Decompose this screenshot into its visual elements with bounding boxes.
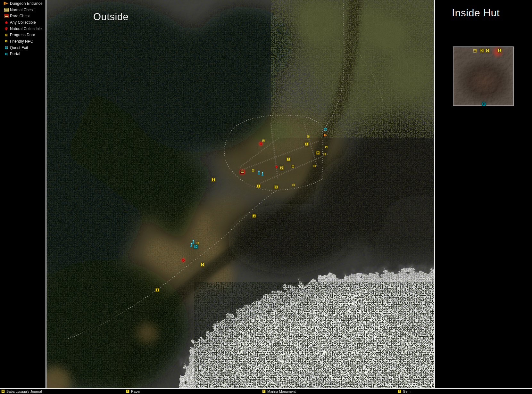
chest-rare-icon	[3, 14, 10, 18]
collectible-icon	[3, 21, 10, 24]
footer-index-bar: 0Baba Lysaga's Journal1Raven2Marina Monu…	[0, 389, 532, 394]
outside-map[interactable]: Outside	[46, 0, 434, 388]
legend-label: Friendly NPC	[10, 39, 33, 44]
footer-index-badge: 0	[1, 390, 5, 393]
legend-label: Any Collectible	[10, 20, 36, 25]
legend-item-natural-collectible: Natural Collectible	[0, 26, 46, 32]
legend-panel: Dungeon EntranceNormal ChestRare ChestAn…	[0, 0, 46, 57]
legend-label: Quest Exit	[10, 45, 28, 50]
legend-label: Progress Door	[10, 33, 35, 37]
map-guide-page: Dungeon EntranceNormal ChestRare ChestAn…	[0, 0, 532, 394]
legend-label: Portal	[10, 52, 20, 56]
hut-texture-art	[453, 47, 513, 105]
legend-item-quest-exit: Quest Exit	[0, 45, 46, 51]
friendly-npc-icon	[3, 40, 10, 43]
footer-label: Baba Lysaga's Journal	[6, 390, 42, 393]
inside-hut-map[interactable]	[453, 46, 514, 106]
outside-map-title: Outside	[93, 11, 129, 23]
footer-item-2: 2Marina Monument	[262, 390, 296, 393]
portal-icon	[3, 53, 10, 55]
legend-item-chest-rare: Rare Chest	[0, 13, 46, 19]
legend-item-progress-door: Progress Door	[0, 32, 46, 38]
footer-label: Gem	[403, 390, 411, 393]
inside-hut-title: Inside Hut	[452, 7, 500, 19]
legend-item-dungeon-entrance: Dungeon Entrance	[0, 0, 46, 7]
legend-label: Natural Collectible	[10, 27, 42, 31]
map-border-right	[434, 0, 435, 388]
legend-label: Rare Chest	[10, 14, 30, 18]
quest-exit-icon	[3, 46, 10, 49]
legend-item-chest-normal: Normal Chest	[0, 7, 46, 13]
terrain-art	[46, 0, 434, 388]
progress-door-icon	[3, 34, 10, 37]
footer-index-badge: 1	[126, 390, 129, 393]
footer-item-1: 1Raven	[126, 390, 141, 393]
legend-label: Dungeon Entrance	[10, 1, 43, 6]
footer-index-badge: 3	[398, 390, 401, 393]
map-border-left	[46, 0, 46, 388]
footer-item-3: 3Gem	[398, 390, 411, 393]
footer-label: Raven	[131, 390, 141, 393]
dungeon-entrance-icon	[3, 1, 10, 6]
legend-item-friendly-npc: Friendly NPC	[0, 38, 46, 45]
natural-collectible-icon	[3, 27, 10, 30]
footer-item-0: 0Baba Lysaga's Journal	[1, 390, 42, 393]
footer-index-badge: 2	[262, 390, 266, 393]
legend-label: Normal Chest	[10, 8, 34, 12]
legend-item-portal: Portal	[0, 51, 46, 57]
legend-item-collectible: Any Collectible	[0, 19, 46, 26]
footer-label: Marina Monument	[267, 390, 296, 393]
chest-normal-icon	[3, 8, 10, 12]
